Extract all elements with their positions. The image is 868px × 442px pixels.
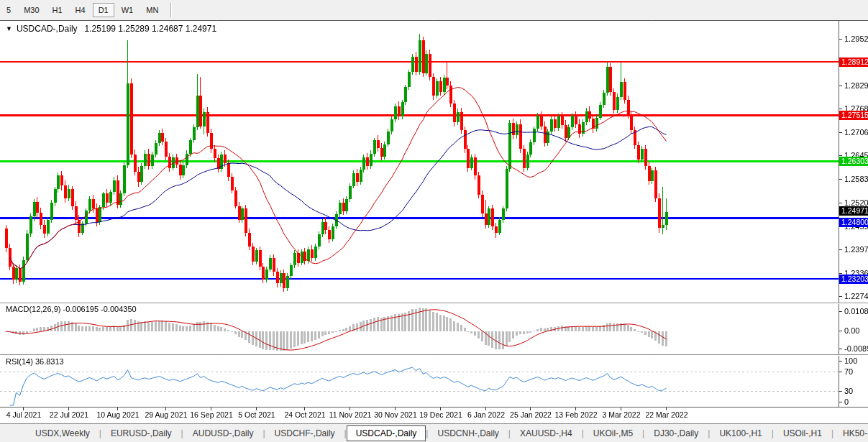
chart-symbol-label: USDCAD-,Daily [17, 24, 78, 34]
price-axis-tick: 1.28295 [844, 81, 868, 90]
timeframe-button-m30[interactable]: M30 [18, 3, 45, 17]
tab-eurusd-daily[interactable]: EURUSD-,Daily [101, 426, 181, 441]
price-badge-1.23203: 1.23203 [839, 275, 868, 284]
tab-audusd-daily[interactable]: AUDUSD-,Daily [183, 426, 263, 441]
date-axis-label: 22 Mar 2022 [639, 410, 694, 419]
timeframe-toolbar: 5M30H1H4D1W1MN [0, 0, 868, 19]
tab-usdchf-daily[interactable]: USDCHF-,Daily [265, 426, 344, 441]
chart-ohlc-values: 1.25199 1.25289 1.24687 1.24971 [85, 24, 217, 34]
price-axis-tick: 1.27065 [844, 128, 868, 137]
trading-platform-window: 5M30H1H4D1W1MN ▼USDCAD-,Daily1.25199 1.2… [0, 0, 868, 442]
rsi-indicator-label: RSI(14) 36.8313 [6, 357, 64, 366]
price-badge-1.24800: 1.24800 [839, 218, 868, 227]
price-axis-tick: 1.29525 [844, 34, 868, 43]
timeframe-button-w1[interactable]: W1 [116, 3, 140, 17]
tab-usdx-weekly[interactable]: USDX,Weekly [26, 426, 99, 441]
macd-axis-zero: 0.00 [844, 326, 859, 335]
macd-indicator-label: MACD(12,26,9) -0.006195 -0.004350 [6, 305, 137, 313]
price-axis-tick: 1.22745 [844, 292, 868, 300]
price-badge-1.26303: 1.26303 [839, 157, 868, 166]
tab-usdcad-daily[interactable]: USDCAD-,Daily [347, 425, 426, 441]
date-axis-label: 22 Jul 2021 [42, 410, 96, 419]
tab-dj30-daily[interactable]: DJ30-,Daily [644, 426, 708, 441]
price-badge-1.27515: 1.27515 [839, 111, 868, 120]
price-chart-canvas[interactable] [0, 0, 868, 442]
chart-title: ▼USDCAD-,Daily1.25199 1.25289 1.24687 1.… [6, 24, 216, 34]
chart-dropdown-arrow-icon[interactable]: ▼ [6, 25, 12, 32]
timeframe-button-5[interactable]: 5 [1, 3, 17, 17]
tab-usdcnh-daily[interactable]: USDCNH-,Daily [428, 426, 508, 441]
timeframe-button-mn[interactable]: MN [140, 3, 164, 17]
price-axis-tick: 1.23975 [844, 245, 868, 254]
macd-axis-min: -0.008974 [844, 344, 868, 353]
rsi-axis-30: 30 [844, 387, 853, 395]
toolbar-separator [170, 3, 171, 17]
price-axis-tick: 1.25835 [844, 175, 868, 183]
macd-axis-max: 0.010869 [844, 307, 868, 316]
tab-hk50-h1[interactable]: HK50-,H1 [833, 426, 868, 441]
symbol-tab-bar: USDX,Weekly|EURUSD-,Daily|AUDUSD-,Daily|… [0, 423, 868, 442]
timeframe-button-h1[interactable]: H1 [47, 3, 68, 17]
tab-usoil-h1[interactable]: USOil-,H1 [774, 426, 831, 441]
price-badge-1.28912: 1.28912 [839, 57, 868, 67]
date-axis-label: 5 Oct 2021 [229, 410, 284, 419]
date-axis-label: 10 Aug 2021 [91, 410, 145, 419]
rsi-axis-70: 70 [844, 367, 853, 376]
rsi-axis-0: 0 [844, 397, 849, 406]
tab-ukoil-m5[interactable]: UKOil-,M5 [584, 426, 642, 441]
tab-uk100-h1[interactable]: UK100-,H1 [710, 426, 771, 441]
price-badge-1.24971: 1.24971 [839, 206, 868, 216]
timeframe-button-h4[interactable]: H4 [70, 3, 91, 17]
tab-xauusd-h4[interactable]: XAUUSD-,H4 [511, 426, 582, 441]
timeframe-button-d1[interactable]: D1 [93, 3, 114, 17]
rsi-axis-100: 100 [844, 356, 857, 365]
